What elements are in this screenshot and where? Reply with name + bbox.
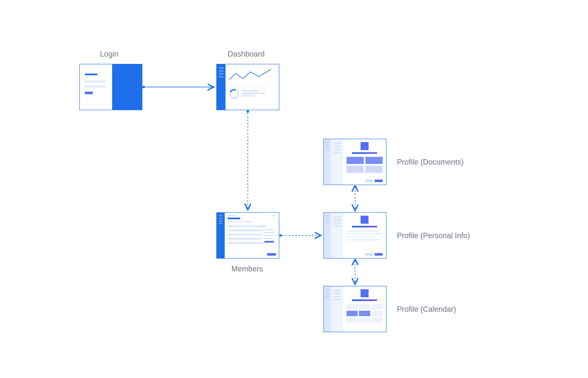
dashboard-screen: [216, 64, 279, 110]
arrow-members-to-profile: [279, 232, 323, 239]
avatar-icon: [360, 142, 369, 150]
svg-point-4: [279, 234, 282, 237]
dashboard-sidebar: [217, 64, 226, 110]
profile-documents-label: Profile (Documents): [397, 158, 464, 166]
profile-calendar-screen: [323, 286, 386, 332]
login-input-bar: [85, 85, 106, 88]
arrow-personal-calendar-twoway: [352, 259, 358, 286]
line-chart-icon: [229, 68, 271, 83]
login-image-panel: [112, 64, 142, 110]
avatar-icon: [360, 289, 369, 297]
svg-point-2: [246, 110, 249, 113]
login-submit-bar: [85, 92, 93, 94]
profile-personal-screen: [323, 212, 386, 259]
members-label: Members: [231, 264, 263, 273]
profile-calendar-label: Profile (Calendar): [397, 305, 456, 314]
members-content: [225, 213, 279, 258]
arrow-login-to-dashboard: [142, 84, 216, 90]
profile-personal-label: Profile (Personal Info): [397, 231, 470, 240]
login-title-bar: [85, 74, 97, 75]
dashboard-label: Dashboard: [228, 50, 265, 58]
members-sidebar: [217, 213, 225, 258]
members-primary-button-bar: [267, 253, 276, 256]
login-label: Login: [100, 50, 118, 58]
donut-chart-icon: [228, 88, 241, 100]
profile-documents-screen: [323, 139, 386, 185]
dashboard-content: [226, 64, 279, 110]
login-form-panel: [80, 64, 112, 110]
login-input-bar: [85, 80, 106, 83]
members-screen: [216, 212, 279, 259]
login-screen: [79, 64, 142, 110]
arrow-dashboard-to-members: [245, 110, 251, 212]
members-popover: [263, 227, 276, 246]
svg-point-0: [142, 86, 145, 88]
avatar-icon: [360, 216, 369, 224]
arrow-documents-personal-twoway: [352, 185, 358, 212]
